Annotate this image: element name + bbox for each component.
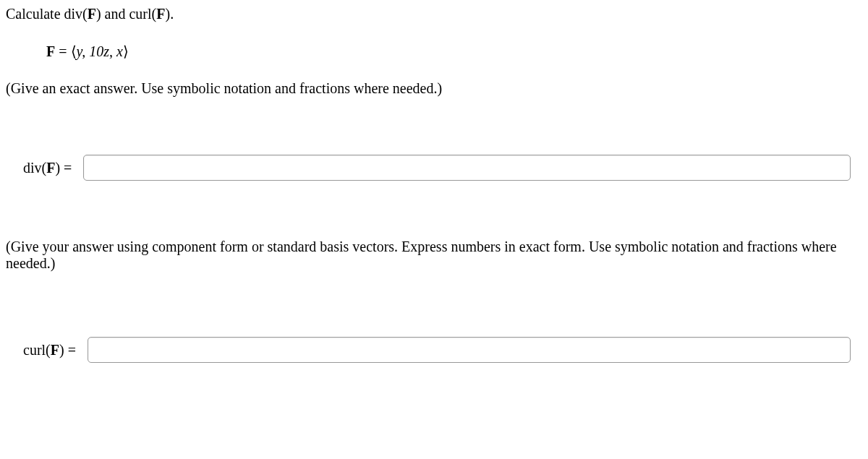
instruction-curl: (Give your answer using component form o… (6, 239, 862, 272)
div-input-row: div(F) = (6, 155, 862, 181)
curl-label-prefix: curl( (23, 342, 51, 358)
equation-open-bracket: ⟨ (71, 43, 77, 59)
equation-definition: F = ⟨y, 10z, x⟩ (46, 43, 862, 60)
prompt-bold-2: F (156, 6, 165, 22)
div-label-suffix: ) = (55, 160, 72, 176)
curl-label-suffix: ) = (59, 342, 76, 358)
equation-lhs: F (46, 43, 55, 59)
curl-label: curl(F) = (23, 342, 76, 359)
equation-equals: = (55, 43, 70, 59)
curl-input[interactable] (88, 337, 851, 363)
equation-close-bracket: ⟩ (123, 43, 129, 59)
instruction-div: (Give an exact answer. Use symbolic nota… (6, 80, 862, 97)
equation-content: y, 10z, x (77, 43, 123, 59)
prompt-text-3: ). (165, 6, 174, 22)
div-label-prefix: div( (23, 160, 46, 176)
prompt-text-2: ) and curl( (96, 6, 156, 22)
curl-input-row: curl(F) = (6, 337, 862, 363)
prompt-text-1: Calculate div( (6, 6, 88, 22)
question-prompt: Calculate div(F) and curl(F). (6, 6, 862, 22)
div-label: div(F) = (23, 160, 72, 176)
div-label-bold: F (46, 160, 55, 176)
div-input[interactable] (83, 155, 851, 181)
prompt-bold-1: F (88, 6, 96, 22)
curl-label-bold: F (51, 342, 59, 358)
